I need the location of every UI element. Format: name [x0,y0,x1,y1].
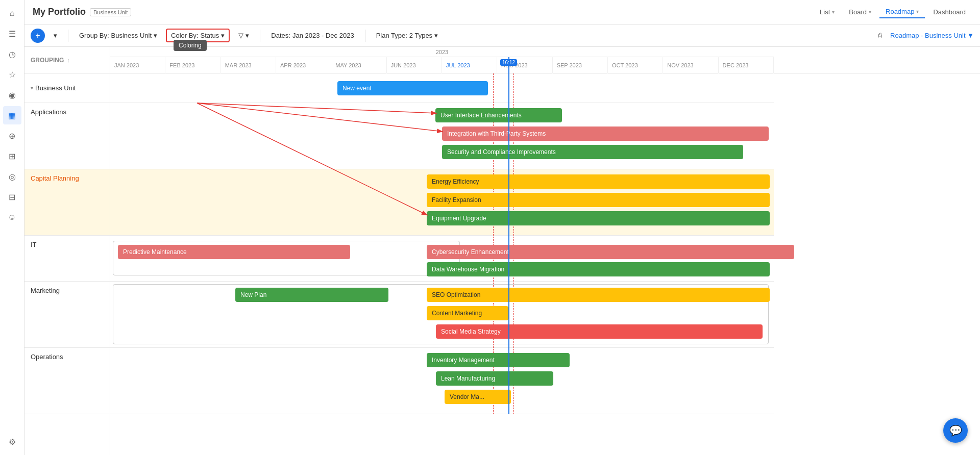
add-dropdown-btn[interactable]: ▾ [49,29,62,42]
roadmap-title-right[interactable]: Roadmap - Business Unit ▼ [890,32,974,39]
nav-list-chevron: ▾ [832,9,835,15]
sort-icon[interactable]: ↑ [67,57,70,63]
toolbar: + ▾ Group By: Business Unit ▾ Color By: … [24,24,980,47]
dates-btn[interactable]: Dates: Jan 2023 - Dec 2023 [266,29,358,42]
group-row-it[interactable]: IT [24,236,110,282]
filter-dropdown-chevron: ▾ [246,32,249,39]
grouping-column: GROUPING ↑ ▾ Business Unit Applications [24,47,110,455]
group-by-btn[interactable]: Group By: Business Unit ▾ [75,29,162,42]
bar-seo-optimization[interactable]: SEO Optimization [427,288,770,302]
bar-data-warehouse[interactable]: Data Warehouse Migration [427,262,770,276]
bar-security-compliance[interactable]: Security and Compliance Improvements [442,145,743,159]
sidebar-table-icon[interactable]: ⊟ [3,188,21,206]
toolbar-separator-3 [365,30,365,42]
nav-list[interactable]: List ▾ [814,6,841,18]
grouping-header: GROUPING ↑ [24,47,110,73]
bar-equipment-upgrade[interactable]: Equipment Upgrade [427,211,770,225]
plan-type-label: Plan Type: [376,32,407,39]
sidebar-people-icon[interactable]: ⊞ [3,147,21,165]
month-jul: JUL 2023 [442,57,497,73]
sidebar-settings-icon[interactable]: ⚙ [3,433,21,451]
nav-board[interactable]: Board ▾ [843,6,877,18]
business-unit-badge: Business Unit [90,8,131,16]
color-by-value: Status [200,32,219,39]
bar-predictive-maintenance[interactable]: Predictive Maintenance [118,245,350,259]
add-button[interactable]: + [31,29,45,43]
bar-content-marketing[interactable]: Content Marketing [427,306,508,320]
month-apr: APR 2023 [276,57,331,73]
bar-vendor-ma[interactable]: Vendor Ma... [445,390,511,404]
group-row-marketing[interactable]: Marketing [24,282,110,348]
bar-facility-expansion[interactable]: Facility Expansion [427,193,770,207]
sidebar-circle-icon[interactable]: ◉ [3,86,21,104]
month-jan: JAN 2023 [110,57,165,73]
color-by-label: Color By: [171,32,198,39]
sidebar-user-icon[interactable]: ☺ [3,208,21,226]
group-label: Capital Planning [31,174,79,182]
year-label: 2023 [110,47,774,57]
print-icon[interactable]: ⎙ [878,32,882,39]
gantt-row-capital-planning: Energy Efficiency Facility Expansion Equ… [110,169,774,236]
group-label: Operations [31,353,63,361]
month-headers: JAN 2023 FEB 2023 MAR 2023 APR 2023 MAY … [110,57,774,73]
month-mar: MAR 2023 [221,57,276,73]
group-row-applications[interactable]: Applications [24,103,110,169]
month-sep: SEP 2023 [553,57,608,73]
portfolio-title: My Portfolio [33,7,86,17]
bar-lean-manufacturing[interactable]: Lean Manufacturing [436,371,553,386]
bar-ui-enhancements[interactable]: User Interface Enhancements [435,108,562,122]
bar-integration-third-party[interactable]: Integration with Third-Party Systems [442,127,769,141]
gantt-container: GROUPING ↑ ▾ Business Unit Applications [24,47,980,455]
chevron-icon: ▾ [31,85,33,91]
gantt-rows: New event User Interface Enhancements In… [110,73,774,414]
group-by-label: Group By: [79,32,109,39]
gantt-row-applications: User Interface Enhancements Integration … [110,103,774,169]
dates-value: Jan 2023 - Dec 2023 [292,32,354,39]
chat-button[interactable]: 💬 [943,418,968,443]
sidebar-menu-icon[interactable]: ☰ [3,24,21,43]
bar-cybersecurity[interactable]: Cybersecurity Enhancement [427,245,794,259]
sidebar-home-icon[interactable]: ⌂ [3,4,21,22]
bar-energy-efficiency[interactable]: Energy Efficiency [427,174,770,189]
group-row-business-unit[interactable]: ▾ Business Unit [24,73,110,103]
group-row-capital-planning[interactable]: Capital Planning [24,169,110,236]
group-label: IT [31,241,37,248]
bar-new-plan[interactable]: New Plan [235,288,388,302]
gantt-row-marketing: New Plan SEO Optimization Content Market… [110,282,774,348]
toolbar-separator-2 [260,30,260,42]
gantt-row-it: Predictive Maintenance Cybersecurity Enh… [110,236,774,282]
plan-type-value: 2 Types [409,32,432,39]
filter-btn[interactable]: ▽ ▾ [234,29,254,42]
month-may: MAY 2023 [331,57,386,73]
group-row-operations[interactable]: Operations [24,348,110,414]
bar-inventory-mgmt[interactable]: Inventory Management [427,353,570,367]
coloring-tooltip: Coloring [174,40,207,51]
bar-new-event[interactable]: New event [337,81,488,95]
group-rows: ▾ Business Unit Applications Capital Pla… [24,73,110,455]
today-marker [508,73,509,414]
month-dec: DEC 2023 [719,57,774,73]
top-header: My Portfolio Business Unit List ▾ Board … [24,0,980,24]
main-content: My Portfolio Business Unit List ▾ Board … [24,0,980,455]
sidebar-analytics-icon[interactable]: ◎ [3,167,21,186]
month-jun: JUN 2023 [387,57,442,73]
timeline-area[interactable]: 2023 JAN 2023 FEB 2023 MAR 2023 APR 2023… [110,47,980,455]
today-badge: 16:12 [500,59,517,66]
sidebar-clock-icon[interactable]: ◷ [3,45,21,63]
sidebar: ⌂ ☰ ◷ ☆ ◉ ▦ ⊕ ⊞ ◎ ⊟ ☺ ⚙ [0,0,24,455]
nav-dashboard[interactable]: Dashboard [927,6,972,18]
nav-roadmap[interactable]: Roadmap ▾ [879,6,925,18]
sidebar-star-icon[interactable]: ☆ [3,65,21,84]
plan-type-chevron: ▾ [434,32,438,39]
sidebar-chart-icon[interactable]: ▦ [3,106,21,124]
plan-type-btn[interactable]: Plan Type: 2 Types ▾ [372,29,443,42]
sidebar-globe-icon[interactable]: ⊕ [3,127,21,145]
group-by-value: Business Unit [111,32,152,39]
chat-icon: 💬 [949,424,962,437]
bar-social-media[interactable]: Social Media Strategy [436,324,763,339]
month-nov: NOV 2023 [663,57,718,73]
nav-board-chevron: ▾ [869,9,871,15]
gantt-row-operations: Inventory Management Lean Manufacturing … [110,348,774,414]
toolbar-separator-1 [68,30,68,42]
group-by-chevron: ▾ [154,32,157,39]
